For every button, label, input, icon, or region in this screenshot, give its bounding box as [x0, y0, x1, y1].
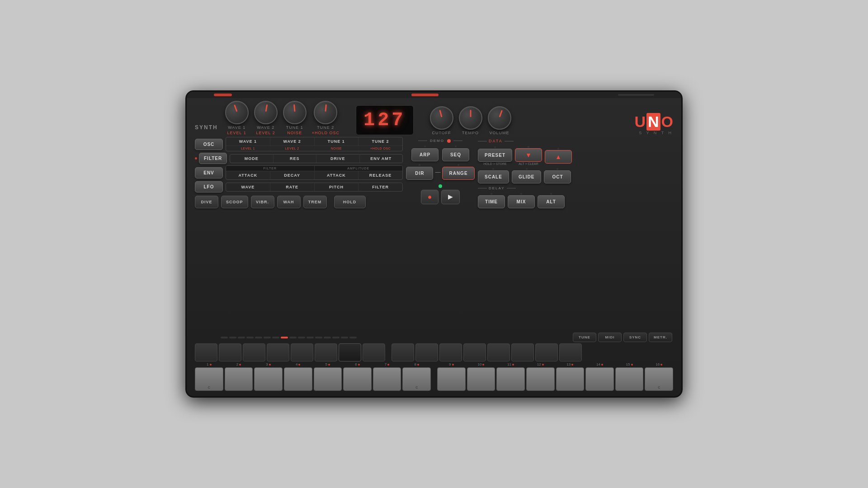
demo-indicator: [447, 139, 451, 143]
glide-button[interactable]: GLIDE: [512, 170, 542, 183]
range-top-dot: [458, 164, 459, 166]
filter-mode-label: MODE: [230, 155, 274, 163]
logo-n: N: [646, 113, 660, 131]
key-12[interactable]: [526, 367, 555, 391]
key-14[interactable]: [585, 367, 614, 391]
key-6[interactable]: [343, 367, 372, 391]
pad-2[interactable]: [219, 343, 241, 361]
oct-button[interactable]: OCT: [544, 170, 571, 183]
tune2-knob[interactable]: [314, 101, 337, 124]
key-3[interactable]: [254, 367, 283, 391]
record-button[interactable]: ●: [421, 190, 439, 204]
time-button[interactable]: TIME: [478, 195, 505, 208]
key-num-9: 9: [437, 362, 466, 366]
hold-button[interactable]: HOLD: [334, 196, 366, 208]
seq-button[interactable]: SEQ: [442, 148, 469, 161]
tempo-knob[interactable]: [459, 106, 482, 130]
arp-button[interactable]: ARP: [411, 148, 439, 161]
key-num-2-text: 2: [236, 362, 238, 366]
pads-row: [195, 343, 673, 361]
filter-button[interactable]: FILTER: [199, 153, 227, 164]
pad-5[interactable]: [291, 343, 313, 361]
delay-label: DELAY: [489, 186, 505, 190]
key-num-1: 1: [195, 362, 223, 366]
key-4[interactable]: [284, 367, 312, 391]
key-8[interactable]: C: [402, 367, 431, 391]
cutoff-knob[interactable]: [430, 106, 453, 130]
pad-10[interactable]: [415, 343, 438, 361]
filter-drive-label: DRIVE: [316, 155, 360, 163]
sync-button[interactable]: SYNC: [623, 333, 647, 342]
wave1-knob[interactable]: [225, 101, 249, 124]
scale-button[interactable]: SCALE: [478, 170, 509, 183]
wave2-knob[interactable]: [254, 101, 278, 124]
pad-3[interactable]: [243, 343, 265, 361]
pad-14[interactable]: [511, 343, 534, 361]
key-15[interactable]: [615, 367, 644, 391]
arp-seq-row: ARP SEQ: [411, 145, 469, 161]
lfo-button[interactable]: LFO: [195, 181, 223, 192]
mod-buttons-row: DIVE SCOOP VIBR. WAH TREM HOLD: [195, 196, 403, 208]
arrow-up-dot: [557, 148, 559, 150]
metr-button[interactable]: METR.: [649, 333, 672, 342]
tune-button[interactable]: TUNE: [573, 333, 596, 342]
data-line: [478, 141, 487, 141]
key-10[interactable]: [467, 367, 495, 391]
play-button[interactable]: ▶: [441, 190, 460, 204]
env-button[interactable]: ENV: [195, 167, 223, 178]
key-5[interactable]: [314, 367, 342, 391]
dir-button[interactable]: DIR: [406, 167, 433, 180]
key-16-c: C: [658, 386, 660, 389]
tune2-label: TUNE 2: [317, 125, 334, 130]
knob-row: SYNTH WAVE 1 LEVEL 1 WAVE 2 LEVEL 2 TUNE…: [195, 101, 673, 137]
dive-button[interactable]: DIVE: [195, 196, 218, 208]
pad-9[interactable]: [392, 343, 414, 361]
pad-12[interactable]: [463, 343, 486, 361]
key-2-dot: [239, 364, 241, 366]
preset-button[interactable]: PRESET: [478, 149, 512, 162]
scoop-button[interactable]: SCOOP: [221, 196, 248, 208]
data-up-button[interactable]: ▲: [545, 150, 572, 164]
pad-6[interactable]: [315, 343, 337, 361]
digit-display: 127: [356, 105, 414, 135]
key-2[interactable]: [225, 367, 253, 391]
alt-button[interactable]: ALT: [538, 195, 565, 208]
pad-spacer: [387, 343, 390, 361]
preset-row: PRESET HOLD > STORE ▼ ALT > CLEAR ▲: [478, 146, 673, 165]
trem-button[interactable]: TREM: [303, 196, 327, 208]
pad-8[interactable]: [363, 343, 385, 361]
tune1-knob[interactable]: [283, 101, 307, 124]
volume-knob[interactable]: [488, 106, 511, 130]
step-dot-10: [298, 337, 305, 338]
vibr-button[interactable]: VIBR.: [251, 196, 274, 208]
key-num-16-text: 16: [656, 362, 660, 366]
data-down-button[interactable]: ▼: [515, 148, 542, 162]
osc-button[interactable]: OSC: [195, 139, 223, 150]
key-1[interactable]: C: [195, 367, 223, 391]
key-9-dot: [452, 364, 454, 366]
key-11[interactable]: [496, 367, 525, 391]
key-7[interactable]: [373, 367, 401, 391]
pad-13[interactable]: [487, 343, 510, 361]
key-16[interactable]: C: [645, 367, 673, 391]
cutoff-knob-container: CUTOFF: [430, 106, 453, 135]
key-num-6-text: 6: [355, 362, 357, 366]
env-attack-label: ATTACK: [226, 171, 270, 179]
range-button[interactable]: RANGE: [442, 167, 474, 180]
pad-16[interactable]: [559, 343, 582, 361]
step-dot-13: [324, 337, 331, 338]
pad-1[interactable]: [195, 343, 217, 361]
midi-button[interactable]: MIDI: [598, 333, 622, 342]
pad-11[interactable]: [439, 343, 462, 361]
key-num-3: 3: [254, 362, 283, 366]
pad-7-dark[interactable]: [339, 343, 361, 361]
key-9[interactable]: [437, 367, 466, 391]
pad-15[interactable]: [535, 343, 558, 361]
mix-button[interactable]: MIX: [508, 195, 535, 208]
key-13[interactable]: [556, 367, 585, 391]
pad-4[interactable]: [267, 343, 289, 361]
volume-label: VOLUME: [490, 131, 509, 135]
cutoff-label: CUTOFF: [432, 131, 451, 135]
display-section: 127: [347, 105, 423, 135]
wah-button[interactable]: WAH: [277, 196, 301, 208]
